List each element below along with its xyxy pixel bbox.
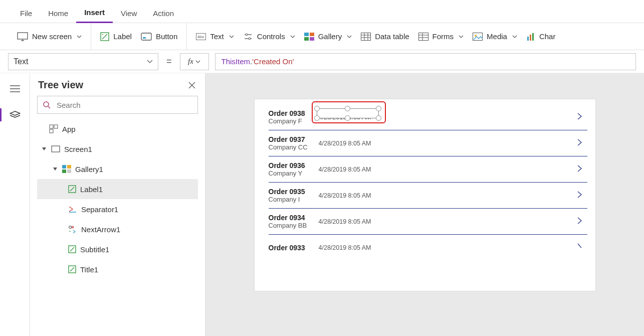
fx-icon: fx — [188, 57, 193, 66]
app-menubar: File Home Insert View Action — [0, 0, 644, 23]
tree-node-subtitle1[interactable]: Subtitle1 — [37, 239, 198, 259]
gallery-row-subtitle: Company BB — [269, 222, 319, 229]
forms-icon — [418, 33, 428, 41]
content-area: Tree view App Screen1 Gallery1 — [0, 73, 644, 336]
insert-controls-button[interactable]: Controls — [243, 32, 295, 41]
gallery-row[interactable]: Order 0938Company F4/28/2019 8:05 AM — [269, 104, 587, 130]
chevron-right-icon[interactable] — [576, 163, 583, 176]
svg-marker-45 — [53, 167, 57, 171]
svg-rect-31 — [532, 33, 534, 41]
insert-forms-button[interactable]: Forms — [418, 32, 464, 41]
chevron-right-icon[interactable] — [576, 242, 583, 254]
menu-file[interactable]: File — [12, 4, 40, 23]
gallery-preview[interactable]: Order 0938Company F4/28/2019 8:05 AMOrde… — [255, 99, 595, 261]
chart-icon — [526, 33, 535, 41]
tree-node-label1[interactable]: Label1 — [37, 179, 198, 199]
tree-node-screen1[interactable]: Screen1 — [37, 139, 198, 159]
chevron-right-icon[interactable] — [576, 137, 583, 149]
screen-preview[interactable]: Order 0938Company F4/28/2019 8:05 AMOrde… — [255, 99, 595, 291]
fx-button[interactable]: fx — [180, 53, 209, 70]
tree-label: Title1 — [80, 265, 98, 274]
menu-action[interactable]: Action — [145, 4, 182, 23]
svg-rect-49 — [67, 170, 71, 173]
svg-rect-16 — [304, 37, 309, 41]
separator-icon — [68, 206, 77, 213]
tree-view-pane: Tree view App Screen1 Gallery1 — [30, 73, 205, 336]
resize-handle[interactable] — [345, 106, 350, 111]
tree-search-box[interactable] — [37, 96, 198, 114]
hamburger-icon — [10, 85, 20, 92]
tree-node-nextarrow1[interactable]: + NextArrow1 — [37, 219, 198, 239]
formula-input[interactable]: ThisItem.'Created On' — [215, 53, 636, 70]
tree-search-input[interactable] — [56, 100, 192, 110]
gallery-row-title: Order 0938 — [269, 109, 319, 117]
gallery-row[interactable]: Order 0936Company Y4/28/2019 8:05 AM — [269, 156, 587, 183]
gallery-row[interactable]: Order 0934Company BB4/28/2019 8:05 AM — [269, 209, 587, 235]
resize-handle[interactable] — [376, 106, 381, 111]
svg-point-5 — [103, 34, 103, 35]
svg-point-38 — [44, 102, 49, 107]
gallery-row[interactable]: Order 0935Company I4/28/2019 8:05 AM — [269, 183, 587, 209]
close-tree-button[interactable] — [188, 81, 196, 89]
insert-chart-label: Char — [539, 32, 556, 41]
insert-text-button[interactable]: Abc Text — [196, 32, 234, 41]
chevron-right-icon[interactable] — [576, 216, 583, 228]
svg-rect-6 — [141, 33, 151, 40]
gallery-row[interactable]: Order 09334/28/2019 8:05 AM — [269, 235, 587, 261]
insert-media-button[interactable]: Media — [473, 32, 517, 41]
tree-view-rail-button[interactable] — [7, 106, 24, 123]
svg-line-51 — [70, 187, 74, 191]
tree-node-title1[interactable]: Title1 — [37, 259, 198, 279]
gallery-row[interactable]: Order 0937Company CC4/28/2019 8:05 AM — [269, 130, 587, 156]
chevron-down-icon — [195, 60, 200, 63]
insert-media-label: Media — [487, 32, 507, 41]
insert-label-button[interactable]: Label — [100, 32, 132, 41]
insert-gallery-label: Gallery — [318, 32, 342, 41]
svg-rect-40 — [50, 125, 53, 128]
insert-button-text: Button — [156, 32, 177, 41]
tree-view-title: Tree view — [38, 79, 83, 91]
property-selected: Text — [14, 57, 28, 66]
tree-node-app[interactable]: App — [37, 119, 198, 139]
resize-handle[interactable] — [345, 115, 350, 121]
hamburger-button[interactable] — [7, 80, 24, 97]
insert-button-button[interactable]: Button — [141, 32, 177, 41]
menu-insert[interactable]: Insert — [76, 3, 113, 23]
canvas[interactable]: Order 0938Company F4/28/2019 8:05 AMOrde… — [205, 73, 644, 336]
property-dropdown[interactable]: Text — [8, 53, 158, 70]
menu-view[interactable]: View — [113, 4, 145, 23]
insert-datatable-button[interactable]: Data table — [361, 32, 409, 41]
svg-rect-42 — [50, 129, 53, 133]
tree: App Screen1 Gallery1 Label1 Separator1 — [37, 119, 198, 279]
svg-rect-41 — [54, 125, 58, 128]
svg-rect-7 — [143, 37, 146, 39]
tree-node-separator1[interactable]: Separator1 — [37, 199, 198, 219]
label-icon — [68, 245, 76, 253]
svg-rect-0 — [18, 33, 28, 39]
svg-rect-47 — [67, 165, 71, 169]
tree-label: Label1 — [80, 185, 103, 194]
resize-handle[interactable] — [376, 115, 381, 121]
chevron-right-icon[interactable] — [576, 190, 583, 202]
resize-handle[interactable] — [314, 115, 320, 121]
gallery-row-subtitle: Company I — [269, 196, 319, 203]
insert-controls-label: Controls — [257, 32, 285, 41]
insert-text-label: Text — [210, 32, 224, 41]
close-icon — [188, 81, 196, 89]
new-screen-button[interactable]: New screen — [17, 32, 82, 41]
insert-chart-button[interactable]: Char — [526, 32, 556, 41]
svg-marker-35 — [10, 111, 20, 115]
tree-label: NextArrow1 — [81, 225, 120, 234]
search-icon — [43, 101, 51, 109]
insert-forms-label: Forms — [433, 32, 454, 41]
gallery-row-date: 4/28/2019 8:05 AM — [319, 218, 371, 225]
equals-label: = — [164, 56, 174, 67]
insert-gallery-button[interactable]: Gallery — [304, 32, 352, 41]
chevron-right-icon[interactable] — [576, 111, 583, 123]
selected-label[interactable] — [317, 108, 379, 118]
resize-handle[interactable] — [314, 106, 320, 111]
chevron-down-icon — [512, 35, 517, 38]
menu-home[interactable]: Home — [40, 4, 76, 23]
gallery-row-date: 4/28/2019 8:05 AM — [319, 244, 371, 251]
tree-node-gallery1[interactable]: Gallery1 — [37, 159, 198, 179]
